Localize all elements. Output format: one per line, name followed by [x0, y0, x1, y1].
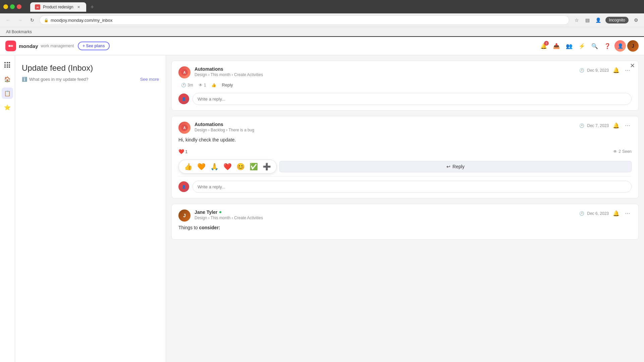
emoji-heart[interactable]: ❤️ — [223, 162, 232, 171]
reply-button-1[interactable]: Reply — [219, 81, 235, 89]
address-bar[interactable]: 🔒 moodjoy.monday.com/my_inbox — [40, 15, 569, 25]
bell-button-1[interactable]: 🔔 — [611, 66, 621, 74]
see-plans-button[interactable]: + See plans — [78, 42, 109, 50]
see-more-link[interactable]: See more — [140, 77, 159, 82]
breadcrumb-thismonth-3[interactable]: This month — [211, 216, 230, 220]
sidebar-favorites-button[interactable]: ⭐ — [2, 102, 13, 113]
emoji-check[interactable]: ✅ — [249, 162, 259, 171]
emoji-heart-orange[interactable]: 🧡 — [197, 162, 206, 171]
breadcrumb-bug-2[interactable]: There is a bug — [228, 128, 254, 132]
tab-favicon: m — [35, 4, 40, 10]
breadcrumb-createactivities-3[interactable]: Create Activities — [234, 216, 263, 220]
sidebar-home-button[interactable]: 🏠 — [2, 73, 13, 85]
integrations-button[interactable]: ⚡ — [576, 40, 588, 52]
feed-card-2-avatar: A — [178, 122, 191, 134]
emoji-smile[interactable]: 😊 — [236, 162, 246, 171]
modal-close-button[interactable]: ✕ — [627, 61, 637, 71]
reply-input-1[interactable] — [193, 93, 632, 105]
notifications-button[interactable]: 🔔 3 — [538, 40, 549, 52]
reply-input-2[interactable] — [193, 181, 632, 193]
reply-avatar-2: 👤 — [178, 181, 189, 192]
sidebar-inbox-button[interactable]: 📋 — [2, 87, 13, 99]
tab-close-button[interactable]: ✕ — [76, 4, 82, 10]
bookmark-star-button[interactable]: ☆ — [572, 15, 581, 25]
new-tab-button[interactable]: + — [88, 2, 97, 12]
breadcrumb-thismonth-1[interactable]: This month — [211, 72, 230, 77]
reply-arrow-icon: ↩ — [446, 164, 450, 169]
monday-subtext: work management — [41, 44, 74, 48]
more-options-button-3[interactable]: ⋯ — [624, 209, 632, 217]
more-options-button-2[interactable]: ⋯ — [624, 122, 632, 129]
close-window-button[interactable]: × — [17, 4, 21, 9]
avatar-image-2: J — [627, 40, 639, 52]
feed-card-3-name: Jane Tyler — [195, 209, 579, 215]
reader-mode-button[interactable]: ▤ — [583, 15, 592, 25]
breadcrumb-backlog-2[interactable]: Backlog — [211, 128, 225, 132]
tab-title: Product redesign — [43, 5, 73, 9]
extensions-button[interactable]: ⚙ — [631, 15, 641, 25]
feed-card-1: A Automations Design › This month — [171, 61, 639, 111]
sidebar: 🏠 📋 ⭐ — [0, 55, 15, 362]
search-button[interactable]: 🔍 — [589, 40, 600, 52]
address-bar-row: ← → ↻ 🔒 moodjoy.monday.com/my_inbox ☆ ▤ … — [0, 13, 644, 27]
emoji-add[interactable]: ➕ — [262, 162, 272, 171]
svg-text:A: A — [183, 126, 185, 130]
minimize-button[interactable]: − — [3, 4, 8, 9]
forward-button[interactable]: → — [15, 15, 25, 25]
jane-avatar-img: J — [178, 209, 191, 222]
people-button[interactable]: 👥 — [564, 40, 575, 52]
reply-avatar-1: 👤 — [178, 94, 189, 104]
feed-card-1-meta: 🕐 Dec 9, 2023 🔔 ⋯ — [579, 66, 632, 74]
bell-button-3[interactable]: 🔔 — [611, 209, 621, 217]
svg-text:A: A — [183, 71, 185, 74]
reload-button[interactable]: ↻ — [28, 15, 37, 25]
automations-avatar-2: A — [178, 122, 191, 134]
feed-card-3-date: Dec 6, 2023 — [587, 211, 609, 216]
reply-avatar-img-1: 👤 — [178, 94, 189, 104]
sidebar-apps-button[interactable] — [2, 59, 13, 71]
breadcrumb-createactivities-1[interactable]: Create Activities — [234, 72, 263, 77]
seen-label-text: Seen — [622, 149, 632, 154]
feed-card-1-date: Dec 9, 2023 — [587, 68, 609, 73]
body-bold-3: consider: — [199, 225, 220, 230]
breadcrumb-design-1[interactable]: Design — [195, 72, 207, 77]
browser-tab[interactable]: m Product redesign ✕ — [30, 2, 86, 12]
incognito-badge: Incognito — [605, 17, 629, 23]
bookmark-item[interactable]: All Bookmarks — [4, 29, 34, 35]
url-text: moodjoy.monday.com/my_inbox — [51, 18, 113, 23]
like-button-1[interactable]: 👍 — [209, 81, 219, 89]
monday-logo: monday work management — [5, 41, 74, 51]
feed-card-2-meta: 🕐 Dec 7, 2023 🔔 ⋯ — [579, 122, 632, 129]
monday-wordmark: monday — [19, 43, 38, 49]
emoji-pray[interactable]: 🙏 — [210, 162, 219, 171]
breadcrumb-design-2[interactable]: Design — [195, 128, 207, 132]
page-content: Update feed (Inbox) ℹ️ What goes in my u… — [15, 55, 644, 362]
window-controls: − □ × — [3, 4, 21, 9]
update-feed-panel: Update feed (Inbox) ℹ️ What goes in my u… — [15, 55, 166, 362]
feed-card-3-body: Things to consider: — [178, 224, 632, 231]
feed-card-2-date: Dec 7, 2023 — [587, 123, 609, 128]
feed-card-1-name: Automations — [195, 66, 579, 72]
browser-chrome: − □ × m Product redesign ✕ + ← → ↻ 🔒 moo… — [0, 0, 644, 37]
breadcrumb-design-3[interactable]: Design — [195, 216, 207, 220]
time-ago-button-1[interactable]: 🕐 3m — [178, 81, 196, 89]
update-feed-title-inbox: (Inbox) — [68, 63, 93, 72]
bell-button-2[interactable]: 🔔 — [611, 122, 621, 129]
feed-card-2-reactions: ❤️ 1 — [178, 149, 187, 154]
inbox-button[interactable]: 📥 — [551, 40, 562, 52]
main-layout: 🏠 📋 ⭐ Update feed (Inbox) ℹ️ What goes i… — [0, 55, 644, 362]
body-prefix-3: Things to — [178, 225, 199, 230]
help-button[interactable]: ❓ — [602, 40, 613, 52]
profile-button[interactable]: 👤 — [593, 15, 603, 25]
user-avatar[interactable]: 👤 — [614, 40, 626, 52]
views-button-1[interactable]: 👁 1 — [196, 81, 209, 89]
maximize-button[interactable]: □ — [10, 4, 15, 9]
user-avatar-2[interactable]: J — [627, 40, 639, 52]
reaction-count: 1 — [185, 149, 187, 154]
reply-main-button-2[interactable]: ↩ Reply — [279, 161, 632, 172]
info-icon: ℹ️ — [22, 77, 27, 82]
feed-card-3-header: J Jane Tyler Design › This month — [178, 209, 632, 222]
back-button[interactable]: ← — [3, 15, 13, 25]
feed-main[interactable]: A Automations Design › This month — [166, 55, 644, 362]
emoji-thumbsup[interactable]: 👍 — [183, 162, 193, 171]
